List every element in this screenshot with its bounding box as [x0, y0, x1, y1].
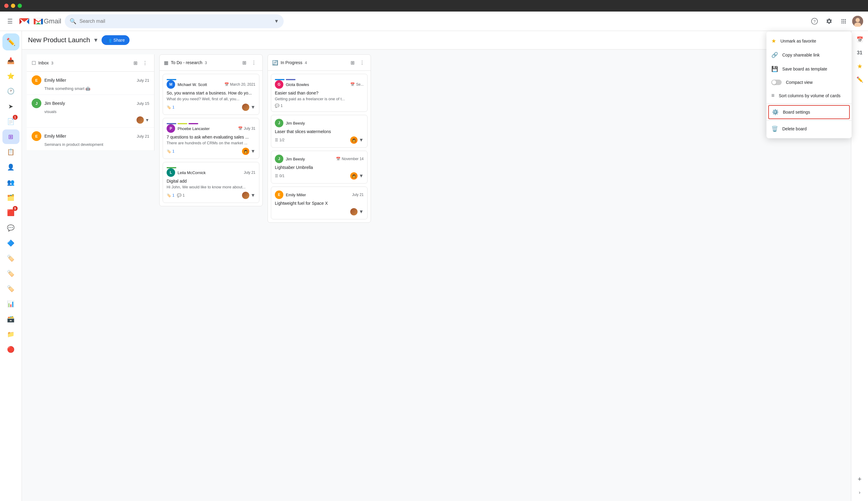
sidebar-item-contacts[interactable]: 👤 — [2, 160, 20, 174]
inprogress-add-button[interactable]: ⊞ — [348, 58, 357, 67]
todo-add-button[interactable]: ⊞ — [240, 58, 248, 67]
inbox-item-header: E Emily Miller July 21 — [32, 131, 149, 141]
sidebar-item-drafts[interactable]: 1 📄 — [2, 114, 20, 129]
close-button[interactable] — [4, 4, 9, 8]
sidebar-item-snoozed[interactable]: 🕐 — [2, 84, 20, 98]
dropdown-label-delete-board: Delete board — [782, 126, 807, 131]
right-sidebar-yellow[interactable]: ★ — [854, 60, 866, 72]
menu-icon[interactable]: ☰ — [5, 15, 15, 27]
compose-button[interactable]: ✏️ — [2, 33, 20, 51]
card-date-text: July 31 — [244, 126, 255, 131]
card-avatar-phoebe: P — [167, 124, 175, 133]
sidebar-item-archive[interactable]: 🗃️ — [2, 312, 20, 326]
sidebar-item-spaces[interactable]: 🔷 — [2, 236, 20, 250]
dropdown-item-copy-link[interactable]: 🔗 Copy shareable link — [766, 48, 851, 62]
sidebar-item-label2[interactable]: 🏷️ — [2, 266, 20, 281]
contacts3-icon: 🗂️ — [7, 194, 14, 201]
sidebar-item-meet[interactable]: 9 🟥 — [2, 205, 20, 220]
label3-icon: 🏷️ — [7, 285, 14, 292]
dropdown-item-save-template[interactable]: 💾 Save board as template — [766, 62, 851, 76]
right-sidebar-add[interactable]: + — [854, 473, 866, 485]
maximize-button[interactable] — [18, 4, 22, 8]
todo-column-title: To Do - research — [171, 60, 202, 65]
dropdown-item-unmark-favorite[interactable]: ★ Unmark as favorite — [766, 34, 851, 48]
help-button[interactable]: ? — [808, 15, 820, 27]
card-header: E Emily Miller July 21 — [275, 191, 364, 199]
search-input[interactable] — [79, 19, 271, 24]
sidebar-item-boards[interactable]: ⊞ — [2, 129, 20, 144]
dropdown-divider2 — [766, 120, 851, 121]
card-header: J Jim Beesly 📅 November 14 — [275, 154, 364, 163]
minimize-button[interactable] — [11, 4, 15, 8]
sidebar-item-contacts2[interactable]: 👥 — [2, 175, 20, 190]
app-container: ☰ — [0, 12, 868, 501]
sidebar-item-more2[interactable]: 🔴 — [2, 342, 20, 357]
inprogress-column-actions: ⊞ ⋮ — [348, 58, 366, 67]
right-sidebar-tasks[interactable]: 31 — [854, 47, 866, 59]
sidebar-item-starred[interactable]: ⭐ — [2, 69, 20, 83]
card-title: Lightsaber Umbrella — [275, 165, 364, 170]
todo-column-icon: ▦ — [164, 60, 168, 66]
card[interactable]: L Leila McCornick July 21 Digital add Hi… — [163, 162, 259, 203]
right-sidebar-calendar[interactable]: 📅 — [854, 33, 866, 45]
card[interactable]: M Michael W. Scott 📅 March 20, 2021 So, … — [163, 74, 259, 115]
todo-column-header: ▦ To Do - research 3 ⊞ ⋮ — [160, 55, 262, 71]
search-chevron-icon[interactable]: ▼ — [274, 19, 279, 24]
sidebar-item-label1[interactable]: 🏷️ — [2, 251, 20, 266]
card[interactable]: G Giota Bowles 📅 Se... Easier said than … — [271, 74, 368, 112]
sort-icon: ≡ — [771, 92, 775, 99]
star-icon: ⭐ — [7, 72, 14, 79]
inbox-item[interactable]: E Emily Miller July 21 Think something s… — [27, 72, 154, 95]
card-dropdown-icon[interactable]: ▼ — [359, 209, 364, 214]
todo-column-cards: M Michael W. Scott 📅 March 20, 2021 So, … — [160, 71, 262, 206]
compose-icon: ✏️ — [7, 38, 15, 46]
inprogress-menu-button[interactable]: ⋮ — [358, 58, 366, 67]
card[interactable]: P Phoebe Lancaster 📅 July 31 7 questions… — [163, 118, 259, 159]
card[interactable]: E Emily Miller July 21 Lightweight fuel … — [271, 186, 368, 219]
right-sidebar-edit[interactable]: ✏️ — [854, 74, 866, 86]
sidebar-item-tasks[interactable]: 📋 — [2, 145, 20, 159]
inbox-preview-jim: visuals — [32, 109, 149, 114]
card[interactable]: J Jim Beesly Laser that slices watermelo… — [271, 115, 368, 148]
todo-menu-button[interactable]: ⋮ — [250, 58, 258, 67]
inbox-item[interactable]: E Emily Miller July 21 Seminars in produ… — [27, 128, 154, 151]
card-dropdown-icon[interactable]: ▼ — [251, 105, 255, 110]
topbar: ☰ — [0, 12, 868, 31]
inbox-menu-button[interactable]: ⋮ — [141, 58, 149, 67]
sidebar-item-chat[interactable]: 💬 — [2, 221, 20, 235]
inbox-add-button[interactable]: ⊞ — [131, 58, 139, 67]
main-area: ✏️ 📥 ⭐ 🕐 ➤ 1 📄 ⊞ 📋 — [0, 31, 868, 501]
dropdown-label-copy-link: Copy shareable link — [782, 53, 820, 57]
card-dropdown-icon[interactable]: ▼ — [251, 149, 255, 154]
settings-button[interactable] — [823, 15, 835, 27]
card-dropdown-icon[interactable]: ▼ — [359, 173, 364, 179]
dropdown-item-compact-view[interactable]: Compact view — [766, 76, 851, 89]
apps-button[interactable] — [838, 15, 850, 27]
card-dropdown-icon[interactable]: ▼ — [251, 193, 255, 198]
share-button[interactable]: 👥 Share — [102, 35, 129, 45]
sidebar-item-label3[interactable]: 🏷️ — [2, 281, 20, 296]
card-date-text: July 21 — [352, 193, 364, 197]
sidebar-item-more1[interactable]: 📁 — [2, 327, 20, 341]
inbox-item-header: E Emily Miller July 21 — [32, 75, 149, 85]
dropdown-item-delete-board[interactable]: 🗑️ Delete board — [766, 122, 851, 136]
dropdown-item-board-settings[interactable]: ⚙️ Board settings — [768, 105, 850, 119]
tag-badge: 🏷️ 1 — [167, 105, 175, 109]
card[interactable]: J Jim Beesly 📅 November 14 Lightsaber Um… — [271, 151, 368, 183]
sidebar-item-present[interactable]: 📊 — [2, 297, 20, 311]
user-avatar[interactable] — [852, 16, 863, 27]
inbox-item[interactable]: J Jim Beesly July 15 visuals ▼ — [27, 95, 154, 128]
board-title-dropdown-icon[interactable]: ▼ — [93, 37, 98, 43]
label2-icon: 🏷️ — [7, 270, 14, 277]
inbox-column-actions: ⊞ ⋮ — [131, 58, 149, 67]
card-dropdown-icon[interactable]: ▼ — [359, 137, 364, 143]
inbox-dropdown-icon[interactable]: ▼ — [145, 118, 149, 122]
compact-view-toggle[interactable] — [771, 79, 782, 85]
sidebar-item-inbox[interactable]: 📥 — [2, 53, 20, 68]
card-avatar-michael: M — [167, 80, 175, 89]
card-footer-right: ▼ — [350, 208, 364, 215]
sidebar-item-sent[interactable]: ➤ — [2, 99, 20, 114]
sidebar-item-contacts3[interactable]: 🗂️ — [2, 190, 20, 205]
dropdown-item-sort-columns[interactable]: ≡ Sort columns by volume of cards — [766, 89, 851, 103]
right-sidebar-expand[interactable]: › — [854, 487, 866, 499]
